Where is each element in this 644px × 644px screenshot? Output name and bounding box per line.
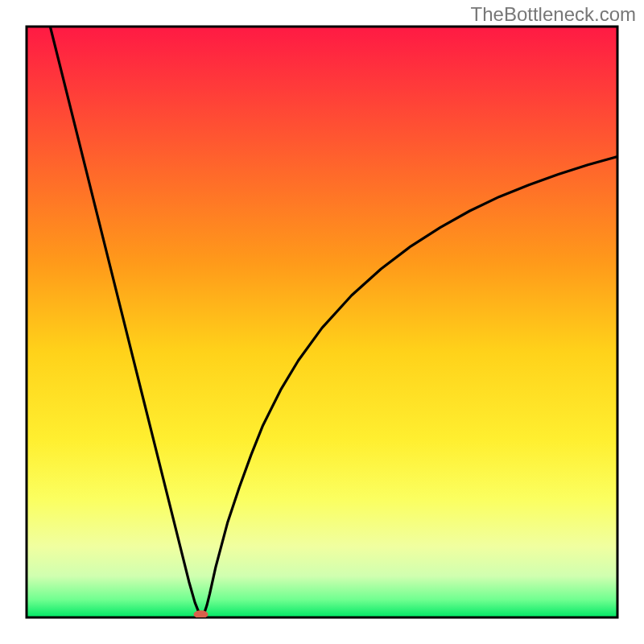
chart-container: TheBottleneck.com bbox=[0, 0, 644, 644]
bottleneck-chart bbox=[0, 0, 644, 644]
minimum-marker bbox=[194, 610, 208, 618]
watermark-text: TheBottleneck.com bbox=[471, 3, 636, 26]
gradient-background bbox=[27, 27, 617, 617]
